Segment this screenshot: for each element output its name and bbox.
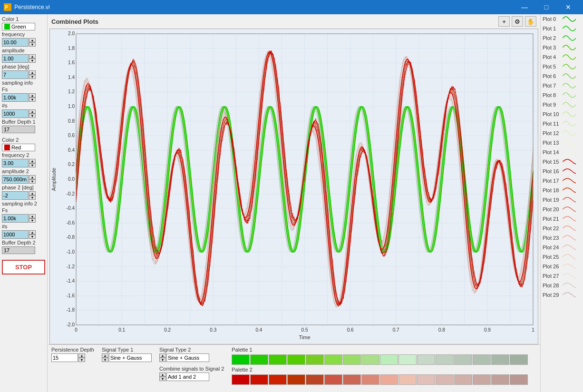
ns-up[interactable]: ▲ xyxy=(29,109,36,114)
main-chart-canvas[interactable] xyxy=(50,29,538,344)
ns-input[interactable] xyxy=(2,109,29,118)
left-panel: Color 1 Green frequency ▲ ▼ amplitude ▲ … xyxy=(0,14,48,392)
plot-item[interactable]: Plot 19 xyxy=(541,195,583,205)
cursor-button[interactable]: ✋ xyxy=(525,16,536,27)
palette2-row xyxy=(232,374,528,385)
plot-item[interactable]: Plot 9 xyxy=(541,100,583,109)
plot-item[interactable]: Plot 22 xyxy=(541,224,583,233)
plot-item[interactable]: Plot 0 xyxy=(541,14,583,24)
plot-item[interactable]: Plot 10 xyxy=(541,109,583,119)
ns2-down[interactable]: ▼ xyxy=(29,235,36,239)
phase-up[interactable]: ▲ xyxy=(29,70,36,75)
plot-item[interactable]: Plot 14 xyxy=(541,147,583,157)
pan-button[interactable]: ⚙ xyxy=(512,16,523,27)
plot-item[interactable]: Plot 13 xyxy=(541,138,583,147)
stop-button[interactable]: STOP xyxy=(2,260,45,274)
phase2-up[interactable]: ▲ xyxy=(29,191,36,196)
plot-item[interactable]: Plot 18 xyxy=(541,186,583,195)
plot-item[interactable]: Plot 12 xyxy=(541,128,583,138)
fs-down[interactable]: ▼ xyxy=(29,98,36,102)
signal1-spinner: ▲ ▼ xyxy=(102,353,152,362)
freq2-up[interactable]: ▲ xyxy=(29,159,36,163)
frequency-input[interactable] xyxy=(2,38,29,47)
persistence-down[interactable]: ▼ xyxy=(78,358,85,362)
plot-item[interactable]: Plot 7 xyxy=(541,81,583,90)
minimize-button[interactable]: — xyxy=(514,0,535,14)
plot-label: Plot 29 xyxy=(543,292,561,298)
plot-item[interactable]: Plot 4 xyxy=(541,52,583,62)
color2-button[interactable]: Red xyxy=(2,144,35,151)
persistence-up[interactable]: ▲ xyxy=(78,353,85,358)
plot-wave-icon xyxy=(563,92,576,98)
plot-item[interactable]: Plot 8 xyxy=(541,90,583,100)
ns-down[interactable]: ▼ xyxy=(29,114,36,118)
center-area: Combined Plots + ⚙ ✋ Persistence Depth ▲… xyxy=(48,14,540,392)
zoom-button[interactable]: + xyxy=(498,16,510,27)
signal1-input[interactable] xyxy=(109,353,152,362)
phase2-input[interactable] xyxy=(2,191,29,200)
phase2-down[interactable]: ▼ xyxy=(29,196,36,200)
plot-item[interactable]: Plot 6 xyxy=(541,71,583,81)
signal2-up[interactable]: ▲ xyxy=(159,353,166,358)
signal1-up[interactable]: ▲ xyxy=(102,353,108,358)
fs-up[interactable]: ▲ xyxy=(29,93,36,98)
amp2-spinner: ▲ ▼ xyxy=(2,175,45,184)
persistence-input[interactable] xyxy=(51,353,78,362)
signal1-down[interactable]: ▼ xyxy=(102,358,108,362)
palette2-cell xyxy=(436,374,454,385)
fs-input[interactable] xyxy=(2,93,29,102)
plot-item[interactable]: Plot 25 xyxy=(541,252,583,262)
plot-item[interactable]: Plot 5 xyxy=(541,62,583,71)
fs2-input[interactable] xyxy=(2,214,29,223)
phase-input[interactable] xyxy=(2,70,29,79)
plot-label: Plot 16 xyxy=(543,168,561,174)
amp2-input[interactable] xyxy=(2,175,29,184)
plot-item[interactable]: Plot 24 xyxy=(541,243,583,252)
plot-item[interactable]: Plot 3 xyxy=(541,43,583,52)
amplitude-down[interactable]: ▼ xyxy=(29,59,36,63)
plot-wave-icon xyxy=(563,196,576,203)
fs2-down[interactable]: ▼ xyxy=(29,218,36,223)
combine-up[interactable]: ▲ xyxy=(159,372,166,377)
ns2-input[interactable] xyxy=(2,230,29,239)
plot-item[interactable]: Plot 2 xyxy=(541,33,583,43)
freq2-input[interactable] xyxy=(2,159,29,167)
plot-item[interactable]: Plot 15 xyxy=(541,157,583,167)
signal2-down[interactable]: ▼ xyxy=(159,358,166,362)
freq2-label: frequency 2 xyxy=(2,152,45,158)
plot-item[interactable]: Plot 17 xyxy=(541,176,583,186)
plot-item[interactable]: Plot 23 xyxy=(541,233,583,243)
plot-item[interactable]: Plot 29 xyxy=(541,290,583,300)
maximize-button[interactable]: □ xyxy=(535,0,557,14)
ns2-up[interactable]: ▲ xyxy=(29,230,36,235)
plot-item[interactable]: Plot 20 xyxy=(541,205,583,214)
plot-item[interactable]: Plot 16 xyxy=(541,167,583,176)
signal2-input[interactable] xyxy=(166,353,209,362)
combine-input[interactable] xyxy=(166,372,209,381)
plot-item[interactable]: Plot 21 xyxy=(541,214,583,224)
plot-item[interactable]: Plot 28 xyxy=(541,281,583,290)
plot-label: Plot 10 xyxy=(543,111,561,117)
frequency-up[interactable]: ▲ xyxy=(29,38,36,42)
color1-button[interactable]: Green xyxy=(2,23,35,30)
amplitude-up[interactable]: ▲ xyxy=(29,54,36,59)
plot-wave-icon xyxy=(563,54,576,60)
palette1-row xyxy=(232,354,528,365)
fs2-up[interactable]: ▲ xyxy=(29,214,36,218)
close-button[interactable]: ✕ xyxy=(557,0,579,14)
amplitude-input[interactable] xyxy=(2,54,29,63)
palette2-cell xyxy=(417,374,435,385)
plot-wave-icon xyxy=(563,206,576,213)
combine-down[interactable]: ▼ xyxy=(159,377,166,381)
freq2-down[interactable]: ▼ xyxy=(29,163,36,167)
amp2-down[interactable]: ▼ xyxy=(29,179,36,184)
plot-item[interactable]: Plot 1 xyxy=(541,24,583,33)
frequency-down[interactable]: ▼ xyxy=(29,42,36,47)
amp2-up[interactable]: ▲ xyxy=(29,175,36,179)
plot-item[interactable]: Plot 26 xyxy=(541,262,583,271)
phase-down[interactable]: ▼ xyxy=(29,75,36,79)
plot-label: Plot 6 xyxy=(543,73,561,79)
signal1-section: Signal Type 1 ▲ ▼ xyxy=(102,347,152,362)
plot-item[interactable]: Plot 27 xyxy=(541,271,583,281)
plot-item[interactable]: Plot 11 xyxy=(541,119,583,128)
